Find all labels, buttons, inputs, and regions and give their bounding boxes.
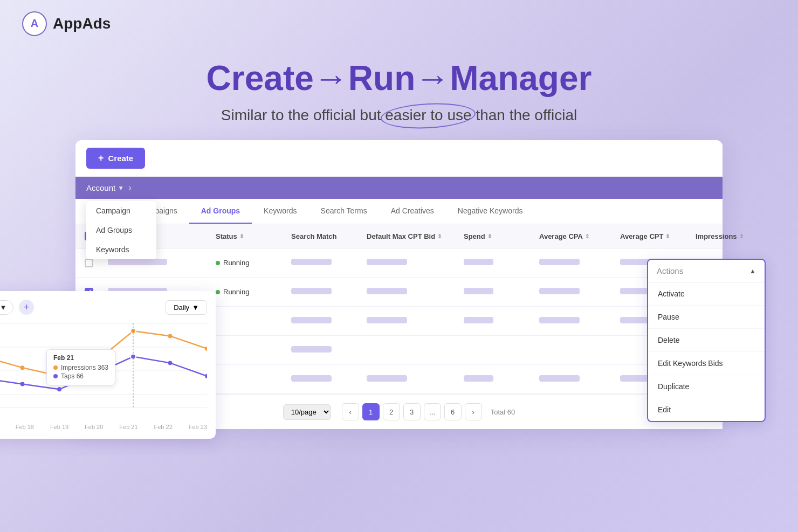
sk-8 [291, 288, 332, 294]
tab-adcreatives[interactable]: Ad Creatives [379, 199, 446, 224]
th-status[interactable]: Status ⇕ [210, 225, 286, 248]
th-avgcpa[interactable]: Average CPA ⇕ [534, 225, 615, 248]
chart-x-labels: Feb 15 Feb 16 Feb 17 Feb 18 Feb 19 Feb 2… [0, 424, 207, 430]
status-label-1: Running [223, 259, 249, 267]
x-feb21: Feb 21 [119, 424, 137, 430]
period-caret-icon: ▼ [192, 303, 199, 312]
svg-point-11 [57, 374, 61, 378]
header: A AppAds [0, 0, 798, 47]
x-feb23: Feb 23 [189, 424, 207, 430]
page-2-button[interactable]: 2 [383, 403, 400, 420]
period-select-button[interactable]: Daily ▼ [166, 300, 207, 315]
th-spend[interactable]: Spend ⇕ [458, 225, 534, 248]
sk-12 [620, 288, 650, 294]
th-avgcpt[interactable]: Average CPT ⇕ [615, 225, 690, 248]
breadcrumb-bar: A ccount ▼ › Campaign Ad Groups Keywords [75, 177, 723, 199]
svg-point-24 [205, 374, 207, 378]
svg-point-21 [94, 371, 99, 376]
page-1-button[interactable]: 1 [362, 403, 380, 420]
actions-activate[interactable]: Activate [648, 282, 765, 306]
th-searchmatch: Search Match [286, 225, 361, 248]
per-page-select[interactable]: 10/page 20/page 50/page [283, 404, 331, 420]
status-dot-1 [216, 261, 220, 265]
sk-10 [464, 288, 493, 294]
logo-container: A AppAds [22, 11, 111, 37]
row1-checkbox[interactable] [85, 259, 93, 267]
sk-3 [464, 259, 493, 265]
create-button[interactable]: + Create [86, 148, 145, 169]
tab-keywords[interactable]: Keywords [252, 199, 308, 224]
sort-avgcpa-icon: ⇕ [585, 233, 589, 239]
actions-duplicate[interactable]: Duplicate [648, 375, 765, 398]
sk-1 [291, 259, 332, 265]
sk-4 [539, 259, 580, 265]
tab-adgroups[interactable]: Ad Groups [189, 199, 252, 224]
sort-avgcpt-icon: ⇕ [665, 233, 670, 239]
tab-searchterms[interactable]: Search Terms [309, 199, 379, 224]
breadcrumb-campaign-option[interactable]: Campaign [86, 201, 156, 220]
svg-point-10 [20, 365, 25, 370]
chart-popup: Impressions ▼ Taps ▼ + Daily ▼ 400 300 2… [0, 291, 216, 439]
breadcrumb-account-text: ccount [92, 183, 115, 192]
td-cptbid-2 [361, 281, 458, 302]
sk-9 [367, 288, 407, 294]
actions-delete[interactable]: Delete [648, 329, 765, 352]
td-cptbid-1 [361, 252, 458, 273]
td-searchmatch-1 [286, 252, 361, 273]
chart-area: 400 300 200 100 0 [0, 322, 207, 430]
actions-header-label: Actions [657, 266, 683, 275]
th-impressions[interactable]: Impressions ⇕ [690, 225, 766, 248]
sk-5 [620, 259, 650, 265]
sort-status-icon: ⇕ [239, 233, 244, 239]
status-label-2: Running [223, 288, 249, 296]
td-status-2: Running [210, 281, 286, 302]
prev-page-button[interactable]: ‹ [342, 403, 359, 420]
sort-spend-icon: ⇕ [487, 233, 492, 239]
hero-subtitle: Similar to the official but easier to us… [221, 107, 577, 124]
table-header: Ad Group ⇕ Status ⇕ Search Match Default… [75, 224, 723, 248]
breadcrumb-keywords-option[interactable]: Keywords [86, 240, 156, 259]
breadcrumb-adgroups-option[interactable]: Ad Groups [86, 220, 156, 240]
td-status-1: Running [210, 252, 286, 273]
next-page-button[interactable]: › [465, 403, 482, 420]
svg-text:A: A [31, 17, 38, 29]
td-avgcpa-1 [534, 252, 615, 273]
page-6-button[interactable]: 6 [444, 403, 462, 420]
actions-header[interactable]: Actions ▲ [648, 260, 765, 282]
page-3-button[interactable]: 3 [403, 403, 421, 420]
tab-negativekeywords[interactable]: Negative Keywords [446, 199, 535, 224]
svg-point-23 [168, 361, 173, 365]
td-spend-2 [458, 281, 534, 302]
breadcrumb-popup: Campaign Ad Groups Keywords [86, 201, 156, 259]
svg-point-19 [20, 382, 25, 386]
status-running-2: Running [216, 288, 280, 296]
actions-edit-keywords-bids[interactable]: Edit Keywords Bids [648, 352, 765, 375]
sort-cptbid-icon: ⇕ [437, 233, 442, 239]
logo-icon: A [22, 11, 47, 37]
page-ellipsis-button[interactable]: ... [424, 403, 441, 420]
x-feb22: Feb 22 [154, 424, 173, 430]
th-defaultmaxcpt[interactable]: Default Max CPT Bid ⇕ [361, 225, 458, 248]
add-metric-button[interactable]: + [19, 300, 34, 315]
breadcrumb-arrow-icon: › [128, 182, 132, 194]
table-row: Running [75, 248, 723, 278]
main-card: + Create A ccount ▼ › Campaign Ad Groups… [75, 140, 723, 429]
x-feb19: Feb 19 [50, 424, 68, 430]
td-spend-1 [458, 252, 534, 273]
td-avgcpa-2 [534, 281, 615, 302]
period-label: Daily [174, 303, 189, 312]
actions-dropdown: Actions ▲ Activate Pause Delete Edit Key… [647, 259, 766, 422]
svg-point-12 [94, 359, 99, 363]
app-name: AppAds [53, 15, 111, 32]
breadcrumb-dropdown-container[interactable]: A ccount ▼ [86, 183, 124, 192]
taps-filter-button[interactable]: Taps ▼ [0, 300, 13, 315]
svg-point-20 [57, 387, 61, 391]
total-text: Total 60 [491, 408, 515, 416]
actions-pause[interactable]: Pause [648, 306, 765, 329]
sk-2 [367, 259, 407, 265]
breadcrumb-account: A [86, 183, 92, 192]
actions-edit[interactable]: Edit [648, 398, 765, 421]
tabs-bar: Apps Campaigns Ad Groups Keywords Search… [75, 199, 723, 224]
svg-point-14 [168, 334, 173, 338]
actions-caret-icon: ▲ [749, 267, 756, 275]
